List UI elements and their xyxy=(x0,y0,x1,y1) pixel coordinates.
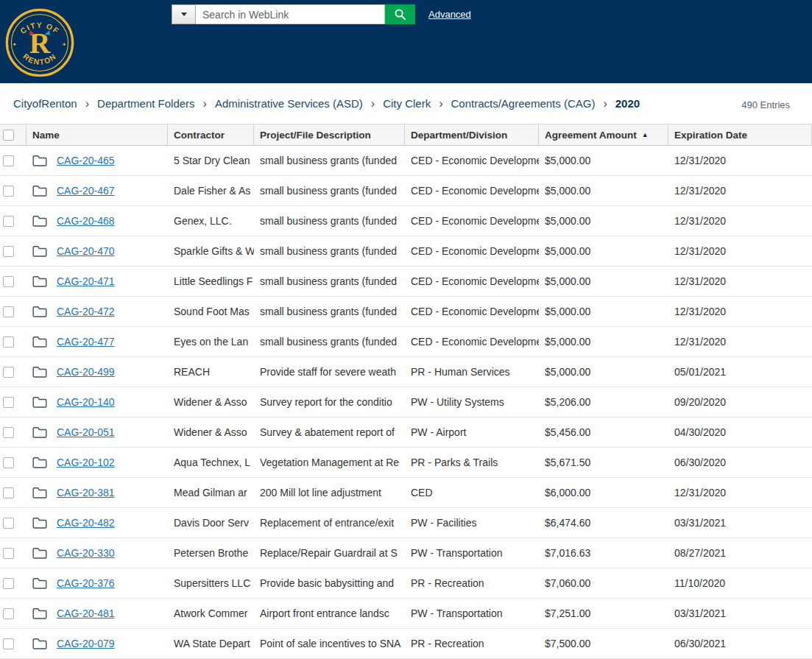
contractor-cell: Sound Foot Mas xyxy=(168,306,254,317)
row-checkbox[interactable] xyxy=(3,397,14,408)
expiration-cell: 03/31/2021 xyxy=(668,517,812,529)
entry-link[interactable]: CAG-20-481 xyxy=(57,607,115,619)
column-header-description[interactable]: Project/File Description xyxy=(254,124,405,145)
description-cell: small business grants (funded xyxy=(254,275,405,287)
row-checkbox[interactable] xyxy=(3,155,14,166)
description-cell: Vegetation Management at Re xyxy=(254,457,405,468)
table-row: CAG-20-051 Widener & Asso Survey & abate… xyxy=(0,417,812,448)
search-input[interactable] xyxy=(196,4,385,24)
entry-link[interactable]: CAG-20-467 xyxy=(57,185,115,197)
table-row: CAG-20-079 WA State Depart Point of sale… xyxy=(0,629,812,659)
description-cell: small business grants (funded xyxy=(254,336,405,348)
department-cell: PR - Recreation xyxy=(405,577,539,589)
entry-link[interactable]: CAG-20-499 xyxy=(57,366,115,378)
folder-icon xyxy=(32,457,47,468)
row-checkbox[interactable] xyxy=(3,246,14,257)
column-header-expiration-label: Expiration Date xyxy=(674,130,747,141)
entry-link[interactable]: CAG-20-102 xyxy=(57,457,115,468)
breadcrumb-bar: CityofRenton›Department Folders›Administ… xyxy=(0,83,812,124)
table-row: CAG-20-481 Atwork Commer Airport front e… xyxy=(0,599,812,629)
entry-link[interactable]: CAG-20-482 xyxy=(57,517,115,529)
contractor-cell: Dale Fisher & As xyxy=(168,185,254,197)
row-checkbox[interactable] xyxy=(3,608,14,619)
breadcrumb: CityofRenton›Department Folders›Administ… xyxy=(13,97,640,110)
folder-icon xyxy=(32,396,47,408)
row-checkbox[interactable] xyxy=(3,336,14,348)
row-checkbox[interactable] xyxy=(3,457,14,468)
department-cell: PR - Recreation xyxy=(405,638,539,649)
breadcrumb-link[interactable]: Administrative Services (ASD) xyxy=(215,97,363,110)
entry-link[interactable]: CAG-20-140 xyxy=(57,396,115,408)
select-all-checkbox[interactable] xyxy=(3,130,14,141)
column-header-amount[interactable]: Agreement Amount ▲ xyxy=(539,124,668,145)
table-row: CAG-20-381 Mead Gilman ar 200 Mill lot l… xyxy=(0,478,812,508)
search-button[interactable] xyxy=(385,4,415,24)
department-cell: CED xyxy=(405,487,539,498)
breadcrumb-link[interactable]: CityofRenton xyxy=(13,97,77,110)
name-cell: CAG-20-472 xyxy=(27,306,168,317)
amount-cell: $5,671.50 xyxy=(539,457,668,468)
row-checkbox[interactable] xyxy=(3,306,14,317)
amount-cell: $5,000.00 xyxy=(539,245,668,257)
expiration-cell: 03/31/2021 xyxy=(668,607,812,619)
column-header-department[interactable]: Department/Division xyxy=(405,124,539,145)
entry-link[interactable]: CAG-20-381 xyxy=(57,487,115,498)
column-header-contractor[interactable]: Contractor xyxy=(168,124,254,145)
contractor-cell: Little Seedlings F xyxy=(168,275,254,287)
amount-cell: $5,000.00 xyxy=(539,336,668,348)
row-checkbox-cell xyxy=(0,306,27,317)
department-cell: CED - Economic Developme xyxy=(405,245,539,257)
row-checkbox[interactable] xyxy=(3,276,14,287)
department-cell: CED - Economic Developme xyxy=(405,185,539,197)
row-checkbox[interactable] xyxy=(3,638,14,649)
name-cell: CAG-20-471 xyxy=(27,275,168,287)
folder-icon xyxy=(32,426,47,438)
advanced-search-link[interactable]: Advanced xyxy=(428,9,471,20)
column-header-expiration[interactable]: Expiration Date xyxy=(668,124,812,145)
row-checkbox[interactable] xyxy=(3,548,14,559)
entry-link[interactable]: CAG-20-376 xyxy=(57,577,115,589)
column-header-name-label: Name xyxy=(32,130,60,141)
contractor-cell: Supersitters LLC xyxy=(168,577,254,589)
expiration-cell: 12/31/2020 xyxy=(668,275,812,287)
department-cell: CED - Economic Developme xyxy=(405,275,539,287)
description-cell: small business grants (funded xyxy=(254,215,405,227)
expiration-cell: 06/30/2020 xyxy=(668,457,812,468)
row-checkbox-cell xyxy=(0,246,27,257)
folder-icon xyxy=(32,306,47,317)
row-checkbox[interactable] xyxy=(3,427,14,438)
column-header-name[interactable]: Name xyxy=(27,124,168,145)
entry-link[interactable]: CAG-20-465 xyxy=(57,155,115,166)
entry-link[interactable]: CAG-20-051 xyxy=(57,426,115,438)
breadcrumb-link[interactable]: Contracts/Agreements (CAG) xyxy=(451,97,596,110)
breadcrumb-link[interactable]: Department Folders xyxy=(97,97,195,110)
search-scope-dropdown[interactable] xyxy=(172,4,196,24)
row-checkbox[interactable] xyxy=(3,216,14,227)
expiration-cell: 11/10/2020 xyxy=(668,577,812,589)
department-cell: CED - Economic Developme xyxy=(405,306,539,317)
row-checkbox-cell xyxy=(0,155,27,166)
row-checkbox-cell xyxy=(0,427,27,438)
logo-star-left: ✦ xyxy=(12,41,16,48)
entry-link[interactable]: CAG-20-330 xyxy=(57,547,115,559)
entry-link[interactable]: CAG-20-472 xyxy=(57,306,115,317)
breadcrumb-link[interactable]: City Clerk xyxy=(383,97,431,110)
entry-link[interactable]: CAG-20-470 xyxy=(57,245,115,257)
table-row: CAG-20-470 Sparkle Gifts & W small busin… xyxy=(0,236,812,267)
entry-link[interactable]: CAG-20-468 xyxy=(57,215,115,227)
row-checkbox[interactable] xyxy=(3,487,14,498)
row-checkbox[interactable] xyxy=(3,367,14,378)
description-cell: Survey report for the conditio xyxy=(254,396,405,408)
description-cell: Provide staff for severe weath xyxy=(254,366,405,378)
amount-cell: $5,000.00 xyxy=(539,306,668,317)
amount-cell: $5,000.00 xyxy=(539,155,668,166)
row-checkbox[interactable] xyxy=(3,186,14,197)
entry-link[interactable]: CAG-20-471 xyxy=(57,275,115,287)
row-checkbox[interactable] xyxy=(3,518,14,529)
entry-link[interactable]: CAG-20-079 xyxy=(57,638,115,649)
amount-cell: $5,206.00 xyxy=(539,396,668,408)
description-cell: small business grants (funded xyxy=(254,245,405,257)
entry-link[interactable]: CAG-20-477 xyxy=(57,336,115,348)
city-of-renton-seal: CITY OF RENTON R ✦ ✦ xyxy=(5,8,74,77)
row-checkbox[interactable] xyxy=(3,578,14,589)
